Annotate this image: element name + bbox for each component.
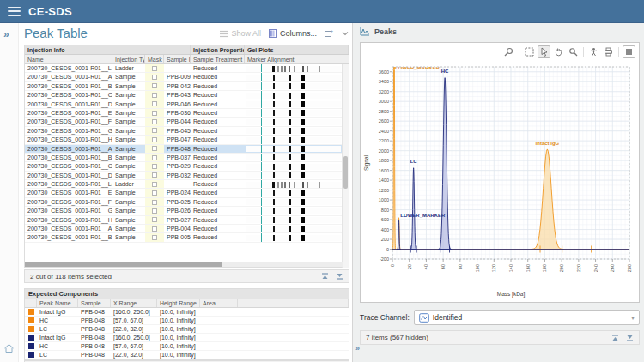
cell: 200730_CESDS_0001-R01__D03	[25, 100, 112, 108]
col-peak-name[interactable]: Peak Name	[37, 299, 78, 307]
vertical-scrollbar[interactable]	[342, 64, 349, 268]
table-row[interactable]: 200730_CESDS_0001-R01__A03SamplePPB-009R…	[25, 73, 343, 81]
col-mask[interactable]: Mask	[145, 55, 164, 63]
component-row[interactable]: Intact IgGPPB-048[160.0, 250.0][10.0, In…	[25, 334, 349, 342]
table-row[interactable]: 200730_CESDS_0001-R01__Ladder02LadderRed…	[25, 64, 343, 73]
table-row[interactable]: 200730_CESDS_0001-R01__B05SamplePPB-005R…	[25, 233, 343, 242]
top-bar: CE-SDS	[0, 0, 644, 23]
col-marker-alignment[interactable]: Marker Alignment	[245, 55, 343, 63]
mask-checkbox[interactable]	[152, 128, 157, 133]
trace-channel-select[interactable]: Identified ▾	[414, 310, 640, 325]
home-icon[interactable]	[3, 343, 15, 353]
mask-checkbox[interactable]	[152, 217, 157, 222]
table-row[interactable]: 200730_CESDS_0001-R01__D04SamplePPB-032R…	[25, 172, 343, 180]
chevron-down-icon[interactable]	[342, 31, 349, 36]
table-row[interactable]: 200730_CESDS_0001-R01__H03SamplePPB-047R…	[25, 136, 343, 144]
cell: Reduced	[191, 180, 245, 188]
table-row[interactable]: 200730_CESDS_0001-R01__F04SamplePPB-025R…	[25, 198, 343, 207]
pointer-icon[interactable]	[538, 45, 550, 58]
table-row[interactable]: 200730_CESDS_0001-R01__F03SamplePPB-044R…	[25, 118, 343, 126]
expand-panel-icon[interactable]: »	[3, 28, 9, 40]
component-row[interactable]: LCPPB-048[22.0, 32.0][10.0, Infinity]	[25, 325, 349, 334]
table-row[interactable]: 200730_CESDS_0001-R01__B04SamplePPB-037R…	[25, 154, 343, 162]
col-sample-treatment[interactable]: Sample Treatment	[191, 55, 245, 63]
table-row[interactable]: 200730_CESDS_0001-R01__A05SamplePPB-004R…	[25, 225, 343, 233]
zoom-region-icon[interactable]	[502, 45, 515, 58]
mask-checkbox[interactable]	[152, 66, 157, 71]
mask-checkbox[interactable]	[152, 226, 157, 232]
cell: Reduced	[191, 162, 245, 170]
peak-table-panel: Peak Table Show All Columns... + Injecti…	[19, 23, 352, 362]
col-injection-type[interactable]: Injection Type	[112, 55, 145, 63]
mask-checkbox[interactable]	[152, 235, 157, 240]
mask-checkbox[interactable]	[152, 172, 157, 178]
svg-text:160: 160	[526, 264, 531, 272]
gel-plot	[245, 189, 343, 196]
mask-checkbox[interactable]	[152, 164, 157, 169]
col-ec-sample-id[interactable]: Sample ID	[78, 299, 111, 307]
table-row[interactable]: 200730_CESDS_0001-R01__H04SamplePPB-027R…	[25, 216, 343, 225]
table-row[interactable]: 200730_CESDS_0001-R01__C03SamplePPB-043R…	[25, 91, 343, 100]
col-sample-id[interactable]: Sample ID	[164, 55, 191, 63]
fit-view-icon[interactable]	[587, 45, 600, 58]
horizontal-scrollbar[interactable]	[25, 262, 343, 267]
component-row[interactable]: HCPPB-048[57.0, 67.0][10.0, Infinity]	[25, 342, 349, 351]
col-name[interactable]: Name	[25, 55, 112, 63]
col-x-range[interactable]: X Range	[111, 299, 157, 307]
scroll-to-last-icon[interactable]	[336, 273, 343, 280]
peaks-chart[interactable]: LOWER_MARKERHCLCIntact IgGLOWER_MARKER-2…	[361, 43, 639, 302]
scroll-to-last-icon[interactable]	[626, 335, 634, 341]
mask-checkbox[interactable]	[152, 137, 157, 142]
mask-checkbox[interactable]	[152, 75, 157, 80]
table-row[interactable]: 200730_CESDS_0001-R01__G03SamplePPB-045R…	[25, 127, 343, 136]
show-all-button[interactable]: Show All	[220, 29, 261, 38]
table-row[interactable]: 200730_CESDS_0001-R01__E04SamplePPB-024R…	[25, 189, 343, 197]
cell	[145, 100, 164, 108]
cell: [10.0, Infinity]	[157, 317, 200, 324]
cell: Reduced	[191, 154, 245, 161]
cell: Sample	[112, 162, 145, 170]
table-row[interactable]: 200730_CESDS_0001-R01__D03SamplePPB-046R…	[25, 100, 343, 109]
component-row[interactable]: Intact IgGPPB-048[160.0, 250.0][10.0, In…	[25, 308, 349, 317]
table-row[interactable]: 200730_CESDS_0001-R01__Ladder03LadderRed…	[25, 180, 343, 189]
table-row[interactable]: 200730_CESDS_0001-R01__C04SamplePPB-029R…	[25, 162, 343, 171]
cell: LC	[37, 351, 78, 359]
scroll-to-first-icon[interactable]	[611, 335, 619, 341]
table-settings-button[interactable]: +	[325, 29, 334, 38]
mask-checkbox[interactable]	[152, 119, 157, 124]
col-height-range[interactable]: Height Range	[157, 299, 200, 307]
mask-checkbox[interactable]	[152, 83, 157, 88]
component-row[interactable]: LCPPB-048[22.0, 32.0][10.0, Infinity]	[25, 351, 349, 359]
gel-plot	[245, 64, 343, 72]
component-row[interactable]: HCPPB-048[57.0, 67.0][10.0, Infinity]	[25, 317, 349, 325]
mask-checkbox[interactable]	[152, 146, 157, 151]
mask-checkbox[interactable]	[152, 93, 157, 98]
table-row[interactable]: 200730_CESDS_0001-R01__B03SamplePPB-042R…	[25, 82, 343, 91]
mask-checkbox[interactable]	[152, 190, 157, 196]
mask-checkbox[interactable]	[152, 155, 157, 160]
marquee-select-icon[interactable]	[523, 45, 536, 58]
mask-checkbox[interactable]	[152, 208, 157, 214]
col-area-range[interactable]: Area Range	[200, 299, 238, 307]
svg-text:400: 400	[381, 227, 389, 232]
expand-bottom-panel-icon[interactable]: »	[355, 344, 360, 353]
mask-checkbox[interactable]	[152, 200, 157, 205]
chart-card[interactable]: LOWER_MARKERHCLCIntact IgGLOWER_MARKER-2…	[360, 42, 640, 303]
cell: HC	[37, 317, 78, 324]
columns-button[interactable]: Columns...	[269, 29, 317, 38]
table-row[interactable]: 200730_CESDS_0001-R01__E03SamplePPB-036R…	[25, 109, 343, 118]
table-row[interactable]: 200730_CESDS_0001-R01__G04SamplePPB-026R…	[25, 207, 343, 215]
menu-icon[interactable]	[8, 7, 21, 16]
mask-checkbox[interactable]	[152, 101, 157, 106]
pan-hand-icon[interactable]	[552, 45, 565, 58]
print-icon[interactable]	[602, 45, 615, 58]
mask-checkbox[interactable]	[152, 182, 157, 187]
cell	[238, 308, 349, 316]
cell: 200730_CESDS_0001-R01__F04	[25, 198, 112, 206]
mask-checkbox[interactable]	[152, 111, 157, 116]
legend-toggle-icon[interactable]	[623, 45, 635, 58]
cell: [160.0, 250.0]	[111, 308, 157, 316]
scroll-to-first-icon[interactable]	[321, 273, 329, 280]
zoom-icon[interactable]	[567, 45, 580, 58]
table-row[interactable]: 200730_CESDS_0001-R01__A04SamplePPB-048R…	[25, 145, 343, 154]
